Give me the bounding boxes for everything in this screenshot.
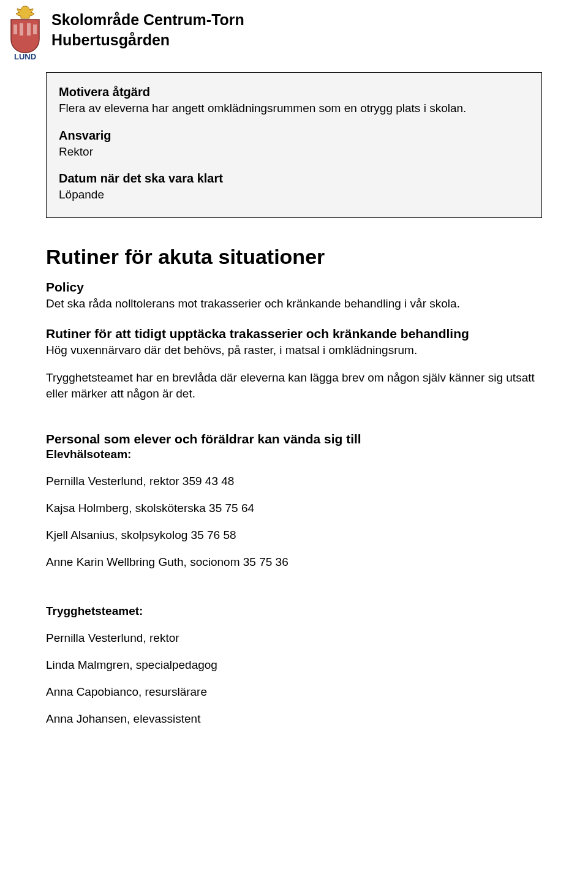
header-line-1: Skolområde Centrum-Torn	[51, 10, 244, 30]
contact-item: Kjell Alsanius, skolpsykolog 35 76 58	[46, 529, 542, 542]
ansvarig-text: Rektor	[59, 144, 529, 160]
trygghet-heading: Trygghetsteamet:	[46, 604, 542, 618]
info-box: Motivera åtgärd Flera av eleverna har an…	[46, 72, 542, 218]
contact-item: Pernilla Vesterlund, rektor	[46, 631, 542, 645]
svg-rect-7	[33, 22, 37, 24]
svg-rect-1	[20, 22, 23, 36]
rutiner-text-1: Hög vuxennärvaro där det behövs, på rast…	[46, 342, 542, 358]
datum-heading: Datum när det ska vara klart	[59, 171, 529, 186]
motivera-text: Flera av eleverna har angett omklädnings…	[59, 100, 529, 116]
policy-heading: Policy	[46, 280, 542, 295]
ansvarig-heading: Ansvarig	[59, 129, 529, 143]
motivera-heading: Motivera åtgärd	[59, 85, 529, 99]
header-text: Skolområde Centrum-Torn Hubertusgården	[51, 5, 244, 50]
svg-rect-4	[13, 22, 17, 24]
svg-rect-2	[27, 22, 31, 36]
lund-logo: LUND	[5, 5, 45, 62]
svg-rect-0	[13, 23, 17, 34]
personal-heading: Personal som elever och föräldrar kan vä…	[46, 432, 542, 446]
logo-text: LUND	[14, 52, 36, 60]
contact-item: Anna Johansen, elevassistent	[46, 712, 542, 726]
contact-item: Linda Malmgren, specialpedagog	[46, 658, 542, 672]
svg-rect-5	[20, 21, 23, 23]
page-title: Rutiner för akuta situationer	[46, 245, 542, 269]
policy-text: Det ska råda nolltolerans mot trakasseri…	[46, 296, 542, 312]
contact-item: Pernilla Vesterlund, rektor 359 43 48	[46, 475, 542, 488]
contact-item: Anne Karin Wellbring Guth, socionom 35 7…	[46, 555, 542, 569]
datum-text: Löpande	[59, 187, 529, 203]
rutiner-text-2: Trygghetsteamet har en brevlåda där elev…	[46, 370, 542, 401]
page-header: LUND Skolområde Centrum-Torn Hubertusgår…	[0, 0, 588, 62]
elevhalso-heading: Elevhälsoteam:	[46, 448, 542, 461]
header-line-2: Hubertusgården	[51, 30, 244, 50]
contact-item: Anna Capobianco, resurslärare	[46, 685, 542, 699]
rutiner-heading: Rutiner för att tidigt upptäcka trakasse…	[46, 326, 542, 341]
svg-rect-3	[33, 23, 37, 34]
content-area: Motivera åtgärd Flera av eleverna har an…	[0, 72, 588, 750]
contact-item: Kajsa Holmberg, skolsköterska 35 75 64	[46, 502, 542, 515]
svg-rect-6	[27, 21, 31, 23]
